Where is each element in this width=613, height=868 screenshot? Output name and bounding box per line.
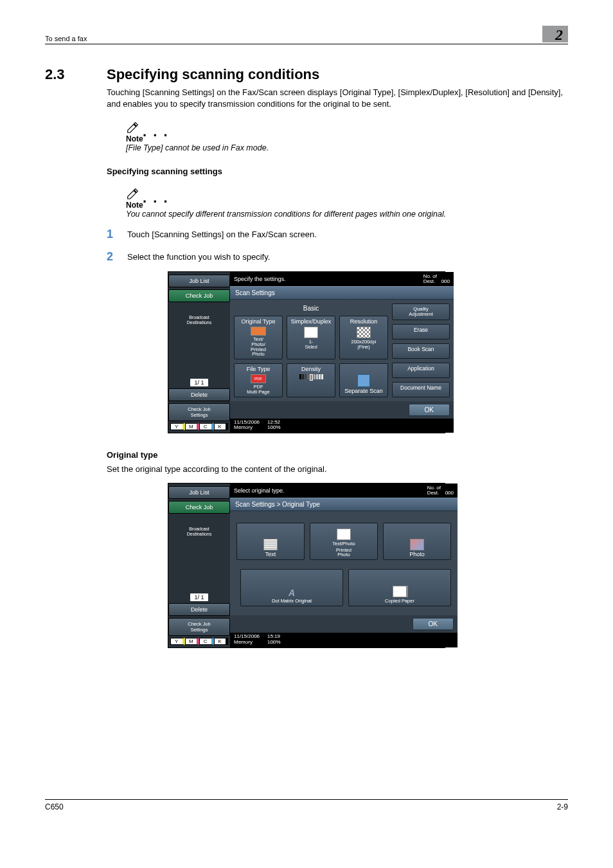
job-list-tab[interactable]: Job List bbox=[168, 275, 230, 287]
dot-matrix-button[interactable]: A Dot Matrix Original bbox=[240, 569, 343, 606]
section-number: 2.3 bbox=[45, 66, 107, 83]
header-left: To send a fax bbox=[45, 35, 87, 42]
quality-adjustment-button[interactable]: Quality Adjustment bbox=[392, 303, 450, 320]
step-2: 2 Select the function you wish to specif… bbox=[107, 250, 568, 264]
copied-paper-button[interactable]: Copied Paper bbox=[348, 569, 451, 606]
note-2: . . . Note You cannot specify different … bbox=[126, 186, 568, 219]
screenshot-original-type: Job List Check Job Broadcast Destination… bbox=[168, 483, 445, 648]
resolution-icon bbox=[357, 327, 371, 338]
dot-matrix-icon: A bbox=[289, 588, 295, 598]
note-icon bbox=[126, 186, 140, 201]
application-button[interactable]: Application bbox=[392, 363, 450, 378]
text-photo-button[interactable]: Text/Photo Printed Photo bbox=[310, 523, 378, 560]
status-bar: 11/15/2006Memory 12:52100% bbox=[230, 419, 454, 433]
resolution-button[interactable]: Resolution 200x200dpi (Fine) bbox=[339, 316, 388, 359]
text-button[interactable]: Text bbox=[236, 523, 305, 560]
page-footer: C650 2-9 bbox=[45, 799, 568, 811]
pager: 1/ 1 bbox=[190, 593, 208, 601]
original-type-icon bbox=[251, 327, 266, 336]
check-job-settings-button[interactable]: Check Job Settings bbox=[168, 403, 230, 421]
density-button[interactable]: Density bbox=[287, 363, 335, 397]
photo-button[interactable]: Photo bbox=[383, 523, 451, 560]
step-1-num: 1 bbox=[107, 228, 127, 241]
prompt-text: Specify the settings. bbox=[234, 276, 286, 282]
pdf-icon: PDF bbox=[251, 374, 266, 383]
original-type-body: Set the original type according to the c… bbox=[107, 464, 568, 475]
prompt-text: Select original type. bbox=[234, 487, 285, 494]
ok-button[interactable]: OK bbox=[413, 618, 454, 630]
erase-button[interactable]: Erase bbox=[392, 324, 450, 339]
subhead-specifying: Specifying scanning settings bbox=[107, 167, 568, 176]
subhead-original-type: Original type bbox=[107, 450, 568, 460]
check-job-settings-button[interactable]: Check Job Settings bbox=[168, 618, 230, 636]
note-1-body: [File Type] cannot be used in Fax mode. bbox=[126, 143, 568, 152]
original-type-button[interactable]: Original Type Text/ Photo/ Printed Photo bbox=[234, 316, 283, 359]
screenshot-scan-settings: Job List Check Job Broadcast Destination… bbox=[168, 271, 445, 433]
chapter-number: 2 bbox=[542, 26, 568, 42]
breadcrumb: Scan Settings bbox=[230, 286, 454, 300]
basic-label: Basic bbox=[234, 303, 388, 316]
breadcrumb: Scan Settings > Original Type bbox=[230, 498, 458, 511]
check-job-button[interactable]: Check Job bbox=[168, 501, 230, 514]
note-2-body: You cannot specify different transmissio… bbox=[126, 210, 568, 219]
book-scan-button[interactable]: Book Scan bbox=[392, 343, 450, 359]
note-2-head: Note bbox=[126, 201, 568, 210]
broadcast-label: Broadcast Destinations bbox=[187, 315, 212, 325]
dest-count: No. of Dest. 000 bbox=[423, 274, 450, 284]
separate-scan-icon bbox=[357, 374, 370, 387]
delete-button[interactable]: Delete bbox=[168, 388, 230, 401]
section-intro: Touching [Scanning Settings] on the Fax/… bbox=[107, 87, 568, 110]
dest-count: No. of Dest. 000 bbox=[427, 485, 454, 496]
photo-icon bbox=[410, 539, 424, 550]
delete-button[interactable]: Delete bbox=[168, 603, 230, 616]
ok-button[interactable]: OK bbox=[409, 404, 450, 416]
copied-paper-icon bbox=[393, 586, 407, 597]
page-icon bbox=[304, 327, 318, 338]
ellipsis-icon: . . . bbox=[143, 195, 169, 201]
toner-levels: YMCK bbox=[170, 638, 228, 645]
file-type-button[interactable]: File Type PDF PDF Multi Page bbox=[234, 363, 283, 397]
ellipsis-icon: . . . bbox=[143, 129, 169, 135]
status-bar: 11/15/2006Memory 15:19100% bbox=[230, 633, 458, 647]
step-1-text: Touch [Scanning Settings] on the Fax/Sca… bbox=[127, 228, 317, 241]
toner-levels: YMCK bbox=[170, 423, 228, 430]
check-job-button[interactable]: Check Job bbox=[168, 289, 230, 302]
pager: 1/ 1 bbox=[190, 379, 208, 386]
density-scale-icon bbox=[299, 374, 323, 381]
simplex-duplex-button[interactable]: Simplex/Duplex 1- Sided bbox=[287, 316, 335, 359]
broadcast-label: Broadcast Destinations bbox=[187, 527, 212, 536]
job-list-tab[interactable]: Job List bbox=[168, 486, 230, 499]
text-icon bbox=[263, 539, 278, 550]
text-photo-icon bbox=[337, 529, 351, 540]
step-1: 1 Touch [Scanning Settings] on the Fax/S… bbox=[107, 228, 568, 241]
note-1: . . . Note [File Type] cannot be used in… bbox=[126, 120, 568, 152]
document-name-button[interactable]: Document Name bbox=[392, 382, 450, 397]
note-1-head: Note bbox=[126, 134, 568, 143]
step-2-text: Select the function you wish to specify. bbox=[127, 250, 270, 264]
footer-right: 2-9 bbox=[557, 802, 568, 811]
section-title: Specifying scanning conditions bbox=[107, 66, 319, 83]
step-2-num: 2 bbox=[107, 250, 127, 264]
footer-left: C650 bbox=[45, 802, 64, 811]
page-header: To send a fax 2 bbox=[45, 26, 568, 44]
note-icon bbox=[126, 120, 140, 134]
separate-scan-button[interactable]: Separate Scan bbox=[339, 363, 388, 397]
